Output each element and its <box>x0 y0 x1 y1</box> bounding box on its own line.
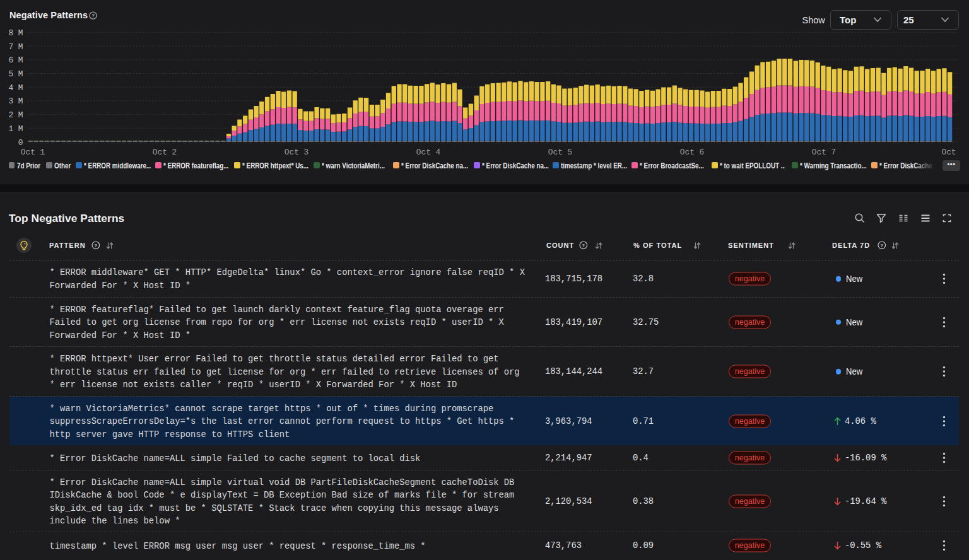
svg-text:Oct 4: Oct 4 <box>416 148 441 157</box>
svg-text:Oct 7: Oct 7 <box>812 148 836 157</box>
svg-text:Oct 6: Oct 6 <box>680 148 704 157</box>
svg-text:?: ? <box>582 243 585 248</box>
svg-text:Oct 2: Oct 2 <box>153 148 177 157</box>
svg-text:2 M: 2 M <box>8 110 23 120</box>
svg-text:Oct: Oct <box>941 148 956 157</box>
svg-text:0: 0 <box>18 138 23 148</box>
svg-text:7 M: 7 M <box>8 42 23 52</box>
svg-text:4 M: 4 M <box>8 83 23 93</box>
svg-text:5 M: 5 M <box>8 69 23 79</box>
svg-text:8 M: 8 M <box>8 28 23 38</box>
svg-text:Oct 1: Oct 1 <box>21 148 45 157</box>
svg-text:?: ? <box>881 243 884 248</box>
svg-text:1 M: 1 M <box>8 124 23 134</box>
svg-text:6 M: 6 M <box>8 55 23 65</box>
svg-text:Oct 3: Oct 3 <box>285 148 308 157</box>
svg-text:?: ? <box>94 243 97 248</box>
svg-text:3 M: 3 M <box>8 96 23 106</box>
svg-text:Oct 5: Oct 5 <box>548 148 572 157</box>
